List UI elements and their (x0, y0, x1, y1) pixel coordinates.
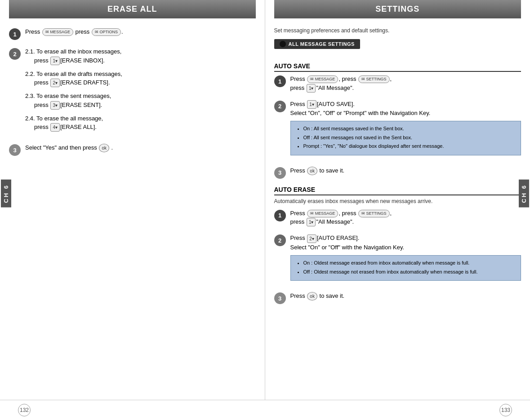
auto-save-section: AUTO SAVE 1 Press ✉ MESSAGE, press ✉ SET… (274, 62, 521, 179)
ae-msg-key: ✉ MESSAGE (307, 210, 338, 218)
ae-step1-press: Press (290, 210, 305, 217)
settings-intro: Set messaging preferences and default se… (274, 27, 521, 34)
key-1-icon: 1▾ (50, 57, 60, 65)
sub-item-2-2: 2.2. To erase all the drafts messages, p… (25, 70, 256, 88)
ae-step1-circle: 1 (274, 210, 286, 221)
step2-circle: 2 (9, 48, 21, 60)
ae-step3-content: Press ok to save it. (290, 292, 521, 301)
auto-erase-step1: 1 Press ✉ MESSAGE, press ✉ SETTINGS, pre… (274, 209, 521, 227)
auto-save-title: AUTO SAVE (274, 62, 521, 72)
step2-content: 2.1. To erase all the inbox messages, pr… (25, 47, 256, 136)
auto-save-info-box: On : All sent messages saved in the Sent… (290, 121, 521, 155)
right-panel: CH 6 SETTINGS Set messaging preferences … (265, 0, 530, 400)
left-panel: CH 6 ERASE ALL 1 Press ✉ MESSAGE press ✉… (0, 0, 265, 400)
step1-press2: press (76, 28, 90, 35)
ae-1-key: 1▾ (307, 218, 316, 226)
message-key-icon: ✉ MESSAGE (42, 28, 73, 36)
ae-info-item-1: On : Oldest message erased from inbox au… (303, 259, 517, 267)
step3-content: Select "Yes" and then press ok . (25, 143, 256, 152)
settings-header: SETTINGS (274, 0, 521, 18)
as-step1-circle: 1 (274, 75, 286, 87)
ae-step2-circle: 2 (274, 234, 286, 246)
as-step1-press: Press (290, 75, 305, 82)
sub-item-2-4: 2.4. To erase the all message, press 4▾[… (25, 114, 256, 132)
auto-erase-desc: Automatically erases inbox messages when… (274, 198, 521, 204)
auto-save-step1: 1 Press ✉ MESSAGE, press ✉ SETTINGS, pre… (274, 75, 521, 93)
ae-settings-key: ✉ SETTINGS (358, 210, 390, 218)
ok-icon-left: ok (99, 144, 109, 152)
erase-step-1: 1 Press ✉ MESSAGE press ✉ OPTIONS. (9, 27, 256, 40)
auto-erase-section: AUTO ERASE Automatically erases inbox me… (274, 186, 521, 304)
erase-all-header: ERASE ALL (9, 0, 256, 18)
ok-icon-ae: ok (307, 292, 317, 301)
erase-step-3: 3 Select "Yes" and then press ok . (9, 143, 256, 156)
auto-erase-step3: 3 Press ok to save it. (274, 292, 521, 304)
auto-erase-step2: 2 Press 2▾[AUTO ERASE]. Select "On" or "… (274, 234, 521, 284)
ch6-right-label: CH 6 (519, 180, 529, 208)
key-3-icon: 3▾ (50, 101, 60, 110)
info-item-2: Off : All sent messages not saved in the… (303, 134, 517, 142)
step3-circle: 3 (9, 144, 21, 156)
step1-circle: 1 (9, 28, 21, 40)
as-step2-circle: 2 (274, 101, 286, 112)
ch6-left-label: CH 6 (1, 180, 11, 208)
step1-press: Press (25, 28, 40, 35)
auto-erase-title: AUTO ERASE (274, 186, 521, 195)
sub-item-2-1: 2.1. To erase all the inbox messages, pr… (25, 47, 256, 65)
info-item-1: On : All sent messages saved in the Sent… (303, 125, 517, 133)
ae-step3-circle: 3 (274, 292, 286, 304)
ae-step2-content: Press 2▾[AUTO ERASE]. Select "On" or "Of… (290, 234, 521, 284)
ch6-left-sidebar: CH 6 (1, 180, 11, 208)
options-key-icon: ✉ OPTIONS (92, 28, 121, 36)
as-step1-content: Press ✉ MESSAGE, press ✉ SETTINGS, press… (290, 75, 521, 93)
ae-step1-content: Press ✉ MESSAGE, press ✉ SETTINGS, press… (290, 209, 521, 227)
as-step3-circle: 3 (274, 167, 286, 179)
info-item-3: Prompt : "Yes", "No" dialogue box displa… (303, 142, 517, 150)
ae-autoerase-key: 2▾ (307, 234, 316, 243)
auto-save-step2: 2 Press 1▾[AUTO SAVE]. Select "On", "Off… (274, 100, 521, 159)
auto-erase-info-box: On : Oldest message erased from inbox au… (290, 255, 521, 281)
step1-content: Press ✉ MESSAGE press ✉ OPTIONS. (25, 27, 256, 36)
as-autosave-key: 1▾ (307, 100, 316, 109)
as-msg-key: ✉ MESSAGE (307, 75, 338, 84)
ok-icon-as: ok (307, 167, 317, 175)
right-page-num: 133 (499, 404, 512, 416)
badge-dot (280, 41, 286, 47)
as-settings-key: ✉ SETTINGS (358, 75, 390, 84)
erase-step-2: 2 2.1. To erase all the inbox messages, … (9, 47, 256, 136)
key-4-icon: 4▾ (50, 123, 60, 132)
key-2-icon: 2▾ (50, 79, 60, 87)
as-step3-content: Press ok to save it. (290, 166, 521, 175)
as-step2-content: Press 1▾[AUTO SAVE]. Select "On", "Off" … (290, 100, 521, 159)
ae-info-item-2: Off : Oldest message not erased from inb… (303, 268, 517, 276)
left-page-num: 132 (18, 404, 31, 416)
ch6-right-sidebar: CH 6 (519, 180, 529, 208)
as-1-key: 1▾ (307, 84, 316, 93)
all-message-badge: ALL MESSAGE SETTINGS (274, 39, 360, 49)
sub-item-2-3: 2.3. To erase the sent messages, press 3… (25, 92, 256, 110)
auto-save-step3: 3 Press ok to save it. (274, 166, 521, 179)
page-footer: 132 133 (0, 400, 530, 420)
